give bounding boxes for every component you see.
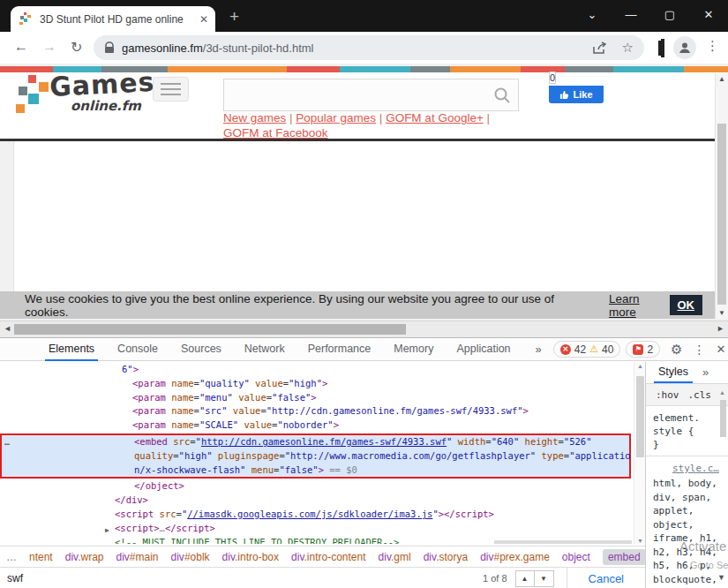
breadcrumb-item[interactable]: …: [6, 551, 17, 563]
profile-avatar[interactable]: [673, 36, 696, 59]
scroll-left-arrow-icon[interactable]: ◄: [4, 324, 11, 333]
elements-scrollbar-thumb[interactable]: [636, 376, 644, 457]
new-tab-button[interactable]: +: [229, 7, 239, 26]
scroll-down-arrow-icon[interactable]: ▼: [637, 538, 643, 544]
code-link[interactable]: //imasdk.googleapis.com/js/sdkloader/ima…: [187, 509, 432, 519]
toggle-hover-state-button[interactable]: :hov: [656, 389, 679, 401]
page-scrollbar-thumb[interactable]: [717, 124, 726, 305]
window-minimize-button[interactable]: —: [612, 0, 650, 30]
site-logo-sub[interactable]: online.fm: [71, 98, 141, 114]
breadcrumb-item[interactable]: div.intro-content: [291, 551, 366, 563]
code-link[interactable]: http://cdn.gamesonline.fm/games-swf/4933…: [201, 436, 447, 447]
back-button[interactable]: ←: [14, 39, 28, 55]
code-line[interactable]: quality="high" pluginspage="http://www.m…: [2, 449, 629, 464]
bookmark-star-icon[interactable]: ☆: [622, 40, 634, 56]
nav-link[interactable]: New games: [223, 111, 286, 124]
breadcrumb-item[interactable]: div.wrap: [65, 551, 104, 563]
site-nav: New games | Popular games | GOFM at Goog…: [223, 111, 493, 140]
tab-elements[interactable]: Elements: [37, 338, 106, 361]
breadcrumb-item[interactable]: object: [562, 551, 590, 563]
breadcrumb-item[interactable]: div#prex.game: [480, 551, 550, 563]
breadcrumb-item[interactable]: div.storya: [424, 551, 468, 563]
breadcrumb-item[interactable]: div.intro-box: [222, 551, 279, 563]
elements-scrollbar[interactable]: ▲ ▼: [634, 362, 645, 545]
breadcrumb-item[interactable]: div#main: [116, 551, 159, 563]
site-logo-mark[interactable]: [15, 74, 49, 115]
element-style-rule[interactable]: element. style { }: [646, 406, 728, 456]
horizontal-scrollbar-thumb[interactable]: [14, 324, 406, 335]
code-line[interactable]: <param name="SCALE" value="noborder">: [0, 418, 634, 433]
code-line[interactable]: </object>: [0, 479, 634, 494]
toggle-class-button[interactable]: .cls: [688, 389, 712, 401]
tab-performance[interactable]: Performance: [296, 338, 383, 361]
scroll-right-arrow-icon[interactable]: ►: [717, 324, 724, 333]
hamburger-menu-button[interactable]: [153, 77, 189, 102]
console-status-badge[interactable]: ✕ 42 ⚠ 40: [553, 341, 621, 358]
find-cancel-button[interactable]: Cancel: [567, 568, 645, 588]
tab-sources[interactable]: Sources: [169, 338, 233, 361]
share-icon[interactable]: [593, 41, 608, 55]
styles-scrollbar-thumb[interactable]: [720, 400, 726, 437]
tab-memory[interactable]: Memory: [382, 338, 445, 361]
side-panel-button[interactable]: [661, 41, 664, 57]
tab-console[interactable]: Console: [106, 338, 169, 361]
tab-network[interactable]: Network: [233, 338, 296, 361]
code-line[interactable]: ▶<script>…</script>: [0, 522, 634, 536]
scroll-up-arrow-icon[interactable]: ▲: [718, 75, 725, 83]
site-search-input[interactable]: [224, 79, 518, 110]
elements-hscrollbar-thumb[interactable]: [494, 540, 632, 544]
address-bar[interactable]: gamesonline.fm/3d-stunt-pilot-hd.html ☆: [94, 35, 644, 60]
refresh-button[interactable]: ↻: [71, 39, 82, 56]
code-comment: <!-- MUST INCLUDE THIS LINE TO DESTROY P…: [115, 537, 399, 544]
browser-tab[interactable]: 3D Stunt Pilot HD game online ✕: [11, 6, 215, 32]
issues-badge[interactable]: ⚑ 2: [626, 341, 660, 358]
find-input[interactable]: swf: [7, 572, 483, 584]
breadcrumb-item[interactable]: ntent: [29, 551, 53, 563]
search-icon[interactable]: [493, 87, 511, 104]
window-close-button[interactable]: ✕: [689, 0, 728, 30]
browser-menu-icon[interactable]: ⋮: [706, 38, 719, 54]
code-line[interactable]: <param name="quality" value="high">: [0, 377, 634, 391]
elements-tree[interactable]: 6"><param name="quality" value="high"><p…: [0, 362, 634, 544]
code-line[interactable]: </div>: [0, 494, 634, 508]
page-vertical-scrollbar[interactable]: ▲ ▼: [715, 73, 728, 319]
find-next-button[interactable]: ▼: [535, 570, 554, 587]
selected-embed-node[interactable]: …<embed src="http://cdn.gamesonline.fm/g…: [0, 433, 631, 479]
cookie-learn-more-link[interactable]: Learn more: [609, 292, 669, 319]
breadcrumb-item[interactable]: embed: [603, 549, 645, 565]
code-line[interactable]: <param name="src" value="http://cdn.game…: [0, 404, 634, 418]
tab-close-icon[interactable]: ✕: [199, 13, 208, 26]
window-chevron-icon[interactable]: ⌄: [573, 0, 612, 30]
stylesheet-link[interactable]: style.c…: [672, 463, 728, 474]
forward-button[interactable]: →: [42, 39, 56, 55]
site-logo[interactable]: Games: [49, 66, 155, 102]
scroll-up-arrow-icon[interactable]: ▲: [719, 389, 725, 396]
tab-application[interactable]: Application: [445, 338, 522, 361]
scroll-down-arrow-icon[interactable]: ▼: [717, 573, 725, 582]
nav-link[interactable]: GOFM at Google+: [386, 111, 484, 124]
code-line[interactable]: 6">: [0, 363, 634, 377]
page-horizontal-scrollbar[interactable]: ◄ ►: [0, 320, 728, 337]
nav-link[interactable]: Popular games: [296, 111, 376, 124]
tab-styles[interactable]: Styles: [658, 366, 688, 378]
code-line[interactable]: <script src="//imasdk.googleapis.com/js/…: [0, 508, 634, 522]
devtools-settings-icon[interactable]: ⚙: [671, 342, 682, 358]
css-selector-list[interactable]: html, body, div, span, applet, object, i…: [646, 477, 722, 588]
find-previous-button[interactable]: ▲: [515, 570, 535, 587]
code-line[interactable]: <param name="menu" value="false">: [0, 391, 634, 405]
more-panes-icon[interactable]: »: [702, 366, 709, 379]
devtools-menu-icon[interactable]: ⋮: [694, 343, 706, 357]
code-line[interactable]: <embed src="http://cdn.gamesonline.fm/ga…: [2, 435, 629, 449]
more-tabs-icon[interactable]: »: [524, 338, 553, 361]
devtools-close-icon[interactable]: ✕: [717, 343, 726, 356]
scroll-up-arrow-icon[interactable]: ▲: [637, 363, 643, 369]
cookie-ok-button[interactable]: OK: [670, 295, 703, 315]
code-line[interactable]: n/x-shockwave-flash" menu="false"> == $0: [2, 464, 629, 478]
breadcrumb-item[interactable]: div#oblk: [171, 551, 210, 563]
scroll-down-arrow-icon[interactable]: ▼: [718, 309, 725, 317]
nav-link[interactable]: GOFM at Facebook: [223, 126, 328, 139]
issues-icon: ⚑: [633, 344, 643, 355]
window-maximize-button[interactable]: ▢: [650, 0, 689, 30]
like-button[interactable]: Like: [549, 86, 604, 103]
breadcrumb-item[interactable]: div.gml: [379, 551, 411, 563]
